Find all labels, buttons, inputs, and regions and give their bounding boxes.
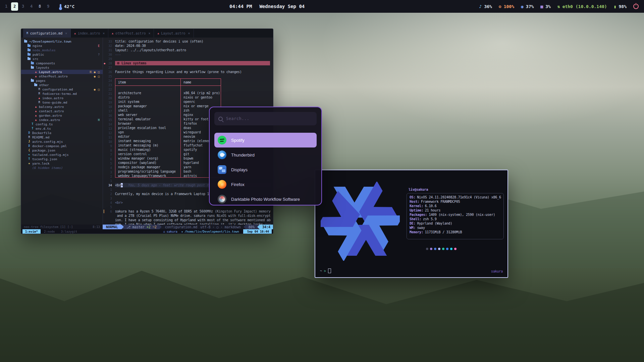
workspace-button[interactable]: 1 [2,0,10,13]
launcher-item[interactable]: Darktable Photo Workflow Software [214,192,317,205]
shell-prompt[interactable]: ~ > [320,268,331,273]
search-box[interactable]: Search... [214,112,317,125]
tree-item[interactable]: M fediverse-terms.md [21,92,103,96]
clock-date: Wednesday Sep 04 [259,4,305,9]
workspace-button[interactable]: 2 [10,0,19,13]
tree-item[interactable]: ▲ otherPost.astro ● □ [21,74,103,78]
file-type-icon: ▲ [34,105,38,108]
table-row: instant messaging (m) fluffychat [115,143,221,147]
tmux-windows: 1:nvim*2:node3:lazygit [22,229,80,234]
editor-tab[interactable]: M configuration.md × [23,29,71,38]
workspace-button[interactable]: 4 [27,0,36,13]
tree-item[interactable]: src [21,57,103,61]
tree-item[interactable]: ◆ yarn.lock [21,161,103,166]
tmux-window[interactable]: 1:nvim* [22,229,41,234]
tree-item[interactable]: pages [21,78,103,83]
tree-item[interactable]: other [21,83,103,87]
app-launcher[interactable]: Search... Spotify Thunderbird Displays F… [209,107,322,205]
table-row: editor neovim [115,134,221,139]
battery-module[interactable]: ▮ 98% [614,4,627,9]
workspace-button[interactable]: 9 [44,0,52,13]
tree-item[interactable]: ≈ tailwind.config.mjs [21,153,103,157]
code-line: ion. I have a setup consisting of Hyprla… [115,218,273,222]
brightness-module[interactable]: ⚙ 100% [499,4,514,9]
tree-item[interactable]: nginx E [21,44,103,48]
file-type-icon: T [27,158,31,161]
tree-item[interactable]: public ? [21,52,103,57]
tree-item[interactable]: M configuration.md ● □ [21,87,103,92]
launcher-item[interactable]: Spotify [214,133,317,147]
tab-close-icon[interactable]: × [103,32,105,35]
tab-label: index.astro [78,32,100,35]
text-cursor: > [121,183,123,187]
tree-item[interactable]: M README.md [21,135,103,139]
file-encoding: utf-8 [200,225,210,229]
tree-item[interactable]: D Dockerfile [21,131,103,135]
power-button[interactable] [633,0,639,13]
line-number [103,218,114,222]
tree-item[interactable]: ▲ index.astro [21,96,103,100]
filetype: markdown [225,225,241,229]
editor-tab[interactable]: ▲ otherPost.astro × [108,29,154,38]
cpu-module[interactable]: ▦ 3% [540,4,550,9]
frontmatter-delimiter: --- [115,52,273,57]
file-type-icon: D [27,144,31,147]
tmux-window[interactable]: 3:lazygit [58,229,80,234]
module-icon: ⇅ [557,4,560,9]
tab-close-icon[interactable]: × [65,32,67,35]
disk-module[interactable]: ◉ 37% [521,4,534,9]
temperature-value: 42°C [64,4,74,9]
tree-item[interactable]: ▲ index.astro H [21,118,103,122]
system-info-row: Memory: 11731MiB / 31280MiB [410,230,503,235]
tab-close-icon[interactable]: × [148,32,150,35]
line-number: 21 [103,92,114,96]
info-label: Host: [410,200,419,204]
editor-tab[interactable]: ▲ Layout.astro × [154,29,194,38]
table-cell-name: nixos or gentoo [181,95,221,100]
palette-dot [426,248,428,250]
volume-module[interactable]: ♪ 36% [479,4,492,9]
tree-item-label: balcony.astro [39,105,64,109]
tree-item[interactable]: J astro.config.mjs [21,139,103,144]
tree-item[interactable]: M tone-guide.md [21,100,103,105]
line-number: 23 [103,83,114,87]
workspace-button[interactable]: 3 [19,0,27,13]
tree-item[interactable]: T tsconfig.json [21,157,103,161]
file-type-icon: T [31,127,35,130]
launcher-item[interactable]: Thunderbird [214,147,317,162]
line-number: 18 [103,105,114,109]
tree-item[interactable]: node_modules [21,48,103,52]
fetch-terminal-window[interactable]: liv@sakura OS: NixOS 24.11.20240828.71e9… [315,170,508,278]
tree-item[interactable]: ▲ garden.astro [21,113,103,118]
launcher-item[interactable]: Displays [214,162,317,177]
editor-tab[interactable]: ▲ index.astro × [71,29,108,38]
tree-item[interactable]: D docker-compose.yml [21,144,103,148]
info-value: Hyprland (Wayland) [417,222,452,226]
workspace-number: 8 [36,2,43,11]
line-number: 1 [103,179,114,183]
tree-item[interactable]: ▲ contact.astro [21,109,103,113]
tree-item[interactable]: (6 hidden items) [21,166,103,170]
module-value: eth0 (10.0.0.140) [562,4,607,9]
tree-item[interactable]: components [21,61,103,65]
neotree-status-text: neo-tree filesystem [1] [-] [24,225,73,229]
launcher-item[interactable]: Firefox [214,177,317,192]
tree-item[interactable]: ▲ Layout.astro H ● □ [21,70,103,74]
code-line: date: 2024-08-30 [115,44,273,48]
tree-item[interactable]: T env.d.ts [21,126,103,131]
info-value: 21 hours [425,208,441,213]
power-icon [633,4,639,9]
tmux-window[interactable]: 2:node [41,229,58,234]
tree-item[interactable]: layouts [21,65,103,70]
tree-item[interactable]: ▲ balcony.astro [21,105,103,109]
tree-item[interactable]: T config.ts [21,122,103,126]
workspace-button[interactable]: 8 [36,0,44,13]
tree-item[interactable]: ~/Development/liv.town [21,39,103,44]
tree-item-label: docker-compose.yml [32,144,67,148]
file-type-icon: T [31,123,35,126]
tab-close-icon[interactable]: × [188,32,190,35]
tree-item-label: public [33,53,44,56]
network-module[interactable]: ⇅ eth0 (10.0.0.140) [557,4,607,9]
tree-item[interactable]: { package.json [21,148,103,153]
line-number: 27 [103,65,114,70]
